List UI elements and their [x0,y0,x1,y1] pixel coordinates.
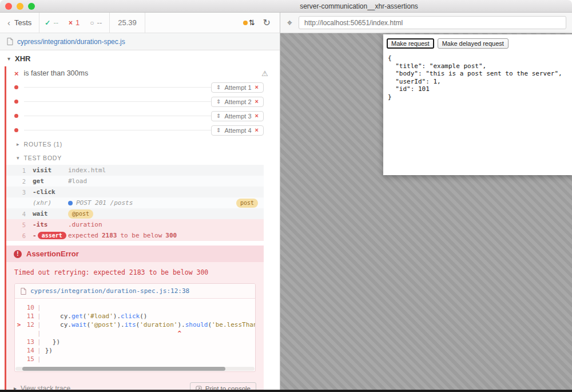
command-message: POST 201 /posts [76,199,133,207]
routes-toggle[interactable]: ▸ ROUTES (1) [6,137,280,151]
command-message: .duration [68,221,102,228]
app-under-test: Make request Make delayed request { "tit… [383,34,572,175]
stack-trace-label: View stack trace [21,385,70,390]
fail-x-icon: × [255,84,259,90]
command-get[interactable]: 2 get #load [6,176,264,187]
test-body-toggle[interactable]: ▾ TEST BODY [6,151,280,165]
traffic-lights [5,3,35,10]
attempt-label: Attempt 4 [224,127,251,134]
attempt-row: ⇕ Attempt 4 × [6,123,264,137]
scrollbar-thumb[interactable] [22,367,225,371]
circle-icon: ○ [90,19,94,26]
window-bottom-edge [0,390,572,392]
caret-down-icon: ▾ [7,56,10,62]
command-method: -click [33,188,68,196]
test-title: is faster than 300ms [24,69,257,77]
passed-count: -- [53,18,58,27]
attempt-3-toggle[interactable]: ⇕ Attempt 3 × [211,111,264,121]
selector-playground-button[interactable]: ⌖ [286,18,293,27]
orange-dot-icon [243,21,248,25]
file-icon [21,288,26,295]
pending-count: -- [97,18,102,27]
error-footer: ▸ View stack trace Print to console [6,378,264,390]
make-request-button[interactable]: Make request [387,38,434,49]
reporter-content: ▾ XHR × is faster than 300ms ⚠ ⇕ Attempt… [0,50,280,390]
aut-viewport-area: Make request Make delayed request { "tit… [280,33,572,390]
command-message: index.html [68,167,106,174]
attempt-label: Attempt 3 [224,113,251,120]
divider [24,87,211,88]
tests-label: Tests [14,18,31,27]
code-frame-lines: 10|11| cy.get('#load').click()>12| cy.wa… [15,299,255,365]
failed-attempt-dot-icon [14,100,18,104]
stat-pending: ○ -- [85,18,107,27]
test-body-label: TEST BODY [24,155,62,161]
command-method: -its [33,221,68,228]
up-down-arrows-icon: ⇅ [249,19,255,26]
attempt-label: Attempt 1 [224,84,251,91]
command-method: (xhr) [33,199,68,207]
minimize-window-button[interactable] [17,3,23,10]
command-xhr[interactable]: (xhr) POST 201 /posts post [6,197,264,208]
x-icon: × [69,19,73,26]
back-to-tests-button[interactable]: ‹ Tests [0,13,39,33]
divider [24,116,211,116]
horizontal-scrollbar[interactable] [15,367,255,371]
fail-x-icon: × [255,113,259,119]
command-wait[interactable]: 4 wait @post [6,208,264,219]
attempt-label: Attempt 2 [224,98,251,105]
command-visit[interactable]: 1 visit index.html [6,165,264,176]
attempt-1-toggle[interactable]: ⇕ Attempt 1 × [211,82,264,93]
auto-scroll-toggle[interactable]: ⇅ [243,19,255,26]
stat-passed: ✓ -- [39,18,63,27]
command-log: 1 visit index.html 2 get #load 3 -click [6,165,264,241]
command-number: 2 [6,178,33,185]
suite-xhr-header[interactable]: ▾ XHR [5,50,280,66]
command-assert[interactable]: 6 -assert expected 2183 to be below 300 [6,230,264,241]
alias-badge: @post [68,209,93,219]
spec-file-link[interactable]: cypress/integration/duration-spec.js [17,38,125,46]
aut-panel: ⌖ Make request Make delayed request { "t… [280,13,572,390]
attempt-row: ⇕ Attempt 2 × [6,94,264,109]
restart-tests-button[interactable]: ↻ [263,18,271,27]
route-badge: post [236,199,258,208]
assert-badge: assert [38,232,66,239]
view-stack-trace-toggle[interactable]: ▸ View stack trace [14,385,70,390]
suite-title: XHR [15,54,30,63]
zoom-window-button[interactable] [28,3,35,10]
command-method: get [33,177,68,185]
close-window-button[interactable] [5,3,12,10]
collapse-icon: ⇕ [216,85,221,90]
fail-x-icon: × [255,127,259,133]
main-area: ‹ Tests ✓ -- × 1 ○ -- 25.39 [0,13,572,390]
chevron-left-icon: ‹ [7,18,10,27]
duration-display: 25.39 [109,13,145,33]
command-number: 6 [6,232,33,239]
attempt-row: ⇕ Attempt 3 × [6,109,264,123]
attempt-4-toggle[interactable]: ⇕ Attempt 4 × [211,125,264,136]
fail-x-icon: × [255,98,259,105]
error-header: ! AssertionError [6,246,264,262]
error-message: Timed out retrying: expected 2183 to be … [6,262,264,278]
make-delayed-request-button[interactable]: Make delayed request [438,38,509,49]
code-frame-header: cypress/integration/duration-spec.js:12:… [15,284,255,299]
command-number: 1 [6,167,33,174]
failed-attempt-dot-icon [14,85,18,89]
collapse-icon: ⇕ [216,128,221,133]
check-icon: ✓ [45,19,50,26]
attempt-2-toggle[interactable]: ⇕ Attempt 2 × [211,97,264,107]
url-input[interactable] [299,16,566,29]
divider [24,101,211,102]
caret-right-icon: ▸ [14,386,17,390]
command-its[interactable]: 5 -its .duration [6,219,264,230]
titlebar: server-communication__xhr-assertions [0,0,572,13]
response-json: { "title": "example post", "body": "this… [388,54,569,101]
error-bang-icon: ! [14,250,22,258]
test-title-row[interactable]: × is faster than 300ms ⚠ [6,66,280,80]
command-click[interactable]: 3 -click [6,187,264,197]
print-to-console-button[interactable]: Print to console [190,382,256,390]
dash: - [33,232,37,239]
caret-down-icon: ▾ [17,156,19,161]
xhr-dot-icon [68,201,73,205]
code-frame-file-link[interactable]: cypress/integration/duration-spec.js:12:… [30,287,189,295]
